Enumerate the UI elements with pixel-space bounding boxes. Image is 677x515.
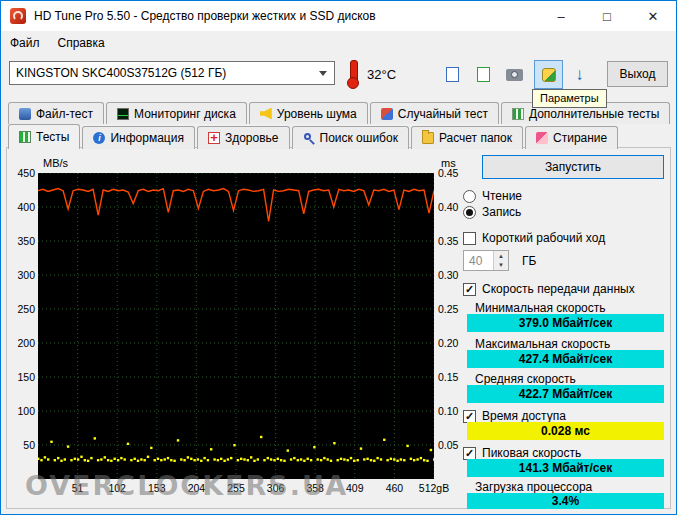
drive-select[interactable]: KINGSTON SKC400S37512G (512 ГБ) — [9, 61, 335, 85]
x-axis-tick: 512gB — [419, 482, 449, 494]
tab-label: Дополнительные тесты — [529, 107, 659, 121]
tab-error-scan[interactable]: Поиск ошибок — [292, 126, 409, 149]
radio-icon[interactable] — [463, 190, 476, 203]
cpu-usage-value: 3.4% — [467, 493, 664, 509]
x-axis-tick: 460 — [386, 482, 404, 494]
copy-button[interactable] — [438, 60, 467, 89]
read-radio[interactable]: Чтение — [463, 189, 522, 203]
tab-random-test[interactable]: Случайный тест — [370, 102, 499, 124]
start-button[interactable]: Запустить — [482, 155, 664, 179]
camera-icon — [506, 69, 523, 81]
x-axis-tick: 204 — [188, 482, 206, 494]
tab-label: Информация — [110, 131, 183, 145]
checkbox-icon[interactable] — [463, 410, 476, 423]
options-button[interactable] — [534, 60, 563, 89]
right-axis-tick: 0.15 — [438, 371, 458, 383]
title-bar: HD Tune Pro 5.50 - Средство проверки жес… — [1, 1, 676, 31]
left-axis-tick: 450 — [8, 167, 35, 179]
x-axis-tick: 255 — [227, 482, 245, 494]
export-button[interactable] — [469, 60, 498, 89]
screenshot-button[interactable] — [500, 60, 529, 89]
minimize-button[interactable]: – — [538, 1, 584, 31]
short-stroke-value[interactable]: 40 — [464, 251, 493, 270]
menu-bar: Файл Справка — [1, 31, 676, 54]
left-axis-tick: 400 — [8, 201, 35, 213]
tab-label: Здоровье — [225, 131, 279, 145]
right-axis-tick: 0.40 — [438, 201, 458, 213]
short-stroke-unit: ГБ — [522, 254, 536, 268]
erase-icon — [536, 132, 548, 144]
tab-erase[interactable]: Стирание — [525, 126, 618, 149]
options-tooltip: Параметры — [532, 89, 607, 108]
right-axis-tick: 0.30 — [438, 269, 458, 281]
radio-icon[interactable] — [463, 206, 476, 219]
health-icon — [208, 132, 220, 144]
right-axis-tick: 0.45 — [438, 167, 458, 179]
x-axis-tick: 102 — [108, 482, 126, 494]
x-axis-tick: 409 — [346, 482, 364, 494]
checkbox-icon[interactable] — [463, 232, 476, 245]
tab-noise-level[interactable]: Уровень шума — [249, 102, 368, 124]
write-radio[interactable]: Запись — [463, 205, 521, 219]
short-stroke-checkbox[interactable]: Короткий рабочий ход — [463, 231, 605, 245]
read-radio-label: Чтение — [482, 189, 522, 203]
folder-usage-icon — [422, 132, 434, 144]
x-axis-tick: 153 — [148, 482, 166, 494]
transfer-rate-checkbox[interactable]: Скорость передачи данных — [463, 282, 635, 296]
short-stroke-stepper[interactable]: 40 ▲▼ — [463, 250, 509, 271]
tab-label: Тесты — [36, 130, 69, 144]
left-axis-tick: 100 — [8, 405, 35, 417]
right-axis-tick: 0.25 — [438, 303, 458, 315]
noise-level-icon — [260, 108, 272, 120]
tab-disk-monitor[interactable]: Мониторинг диска — [106, 102, 247, 124]
tab-info[interactable]: Информация — [82, 126, 194, 149]
close-button[interactable]: ✕ — [630, 1, 676, 31]
menu-file[interactable]: Файл — [1, 34, 49, 52]
tab-label: Уровень шума — [277, 107, 357, 121]
min-speed-value: 379.0 Мбайт/сек — [467, 314, 664, 332]
tab-tests[interactable]: Тесты — [8, 124, 80, 149]
cpu-usage-label: Загрузка процессора — [475, 480, 592, 494]
stepper-down-icon[interactable]: ▼ — [494, 261, 508, 271]
left-axis-tick: 50 — [8, 439, 35, 451]
tab-label: Поиск ошибок — [320, 131, 398, 145]
checkbox-icon[interactable] — [463, 447, 476, 460]
x-axis-tick: 306 — [267, 482, 285, 494]
max-speed-value: 427.4 Мбайт/сек — [467, 350, 664, 368]
exit-button[interactable]: Выход — [607, 61, 668, 87]
random-test-icon — [381, 108, 393, 120]
error-scan-icon — [303, 132, 315, 144]
avg-speed-value: 422.7 Мбайт/сек — [467, 385, 664, 403]
short-stroke-label: Короткий рабочий ход — [482, 231, 605, 245]
left-axis-unit: MB/s — [43, 157, 68, 169]
chart-canvas — [38, 173, 434, 479]
max-speed-label: Максимальная скорость — [475, 337, 610, 351]
min-speed-label: Минимальная скорость — [475, 301, 606, 315]
chevron-down-icon[interactable] — [312, 62, 334, 84]
tab-file-test[interactable]: Файл-тест — [8, 102, 104, 124]
right-axis-tick: 0.20 — [438, 337, 458, 349]
tab-folder-usage[interactable]: Расчет папок — [411, 126, 523, 149]
right-axis-tick: 0.10 — [438, 405, 458, 417]
copy-icon — [446, 67, 459, 82]
tab-row-primary: Тесты Информация Здоровье Поиск ошибок Р… — [8, 124, 618, 149]
tests-icon — [19, 131, 31, 143]
burst-rate-value: 141.3 Мбайт/сек — [467, 459, 664, 477]
stepper-buttons: ▲▼ — [493, 251, 508, 270]
stepper-up-icon[interactable]: ▲ — [494, 251, 508, 261]
x-axis-tick: 51 — [72, 482, 84, 494]
download-button[interactable] — [565, 60, 594, 89]
access-time-checkbox[interactable]: Время доступа — [463, 409, 566, 423]
tab-label: Случайный тест — [398, 107, 488, 121]
burst-rate-checkbox[interactable]: Пиковая скорость — [463, 446, 581, 460]
info-icon — [93, 132, 105, 144]
thermometer-icon — [346, 59, 360, 89]
app-icon — [10, 8, 26, 24]
tab-label: Расчет папок — [439, 131, 512, 145]
access-time-value: 0.028 мс — [467, 422, 664, 440]
tab-health[interactable]: Здоровье — [197, 126, 290, 149]
checkbox-icon[interactable] — [463, 283, 476, 296]
menu-help[interactable]: Справка — [49, 34, 114, 52]
file-test-icon — [19, 108, 31, 120]
maximize-button[interactable]: □ — [584, 1, 630, 31]
